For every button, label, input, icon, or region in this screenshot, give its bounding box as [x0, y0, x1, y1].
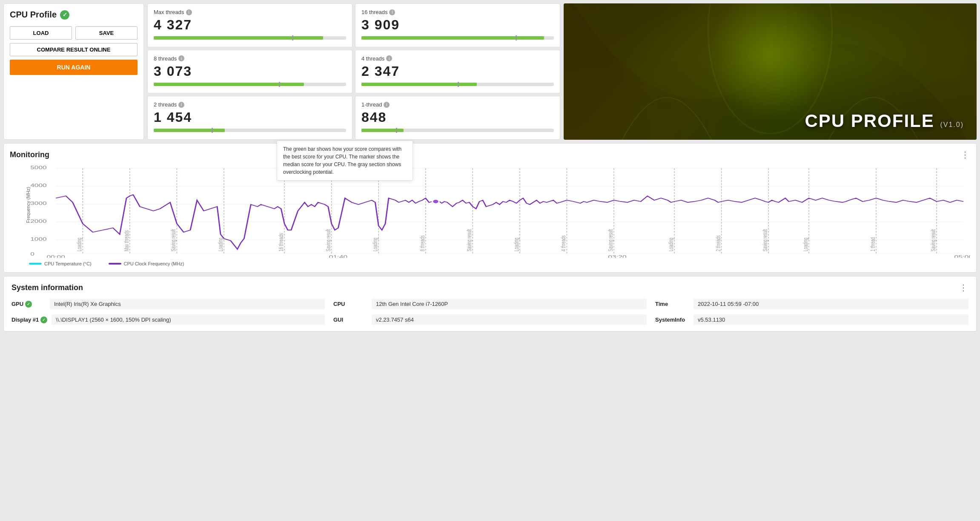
info-icon-1t[interactable]: i	[384, 102, 390, 108]
hero-title: CPU PROFILE (V1.0)	[576, 111, 964, 131]
monitoring-menu-button[interactable]: ⋮	[961, 150, 970, 160]
score-value-8t: 3 073	[154, 63, 346, 79]
sys-key-1-0: Display #1 ✓	[11, 317, 47, 323]
sys-check-1-0: ✓	[40, 317, 47, 323]
monitoring-title: Monitoring	[10, 150, 49, 159]
sys-row-1-0: Display #1 ✓ \\.\DISPLAY1 (2560 × 1600, …	[11, 314, 325, 325]
system-section: System information ⋮ GPU ✓ Intel(R) Iris…	[3, 276, 977, 331]
score-label-4t: 4 threads i	[361, 55, 554, 62]
compare-button[interactable]: COMPARE RESULT ONLINE	[10, 43, 138, 56]
legend-cpu-temp: CPU Temperature (°C)	[29, 261, 92, 266]
svg-text:Loading: Loading	[76, 238, 83, 251]
score-bar-fill-1t	[361, 129, 404, 132]
score-bar-fill-max	[154, 36, 323, 40]
hero-title-area: CPU PROFILE (V1.0)	[564, 102, 977, 140]
score-value-max: 4 327	[154, 17, 346, 33]
score-card-2t: 2 threads i 1 454	[147, 96, 352, 140]
svg-text:00:00: 00:00	[46, 254, 65, 258]
score-label-1t: 1-thread i	[361, 101, 554, 108]
svg-text:4000: 4000	[30, 183, 47, 188]
svg-text:01:40: 01:40	[329, 254, 347, 258]
svg-text:2000: 2000	[30, 219, 47, 224]
sys-row-1-1: GUI v2.23.7457 s64	[333, 314, 647, 325]
top-section: CPU Profile ✓ LOAD SAVE COMPARE RESULT O…	[3, 3, 977, 140]
monitoring-chart: 5000 4000 3000 2000 1000 0	[29, 164, 970, 258]
chart-area: 5000 4000 3000 2000 1000 0	[29, 164, 970, 258]
load-save-row: LOAD SAVE	[10, 26, 138, 40]
hero-image: CPU PROFILE (V1.0)	[564, 3, 977, 140]
score-bar-marker-8t	[279, 82, 280, 87]
score-bar-marker-1t	[396, 128, 397, 133]
svg-text:Loading: Loading	[217, 238, 224, 251]
cpu-profile-check: ✓	[60, 10, 69, 20]
legend-color-temp	[29, 263, 42, 265]
score-label-8t: 8 threads i	[154, 55, 346, 62]
sys-key-1-2: SystemInfo	[655, 317, 689, 323]
info-icon-max[interactable]: i	[186, 9, 192, 15]
info-icon-16t[interactable]: i	[389, 9, 395, 15]
legend-cpu-freq: CPU Clock Frequency (MHz)	[109, 261, 184, 266]
sys-val-1-0: \\.\DISPLAY1 (2560 × 1600, 150% DPI scal…	[52, 314, 325, 325]
sys-key-0-0: GPU ✓	[11, 301, 46, 308]
score-bar-fill-16t	[361, 36, 544, 40]
svg-text:Loading: Loading	[802, 238, 809, 251]
svg-text:03:20: 03:20	[608, 254, 626, 258]
sys-val-1-1: v2.23.7457 s64	[372, 314, 647, 325]
legend-color-freq	[109, 263, 121, 265]
svg-point-31	[433, 199, 439, 204]
svg-text:1 thread: 1 thread	[869, 237, 877, 251]
system-title: System information	[11, 283, 83, 292]
score-tooltip: The green bar shows how your score compa…	[277, 141, 413, 181]
cpu-profile-title: CPU Profile ✓	[10, 10, 138, 20]
score-value-2t: 1 454	[154, 109, 346, 125]
score-card-8t: 8 threads i 3 073	[147, 50, 352, 94]
sys-val-1-2: v5.53.1130	[693, 314, 969, 325]
svg-text:Saving result: Saving result	[762, 229, 769, 251]
score-bar-4t	[361, 83, 554, 86]
sys-key-0-1: CPU	[333, 301, 367, 307]
score-card-1t: 1-thread i 848	[355, 96, 560, 140]
score-card-4t: 4 threads i 2 347	[355, 50, 560, 94]
svg-text:2 threads: 2 threads	[714, 235, 722, 251]
system-grid: GPU ✓ Intel(R) Iris(R) Xe Graphics CPU 1…	[11, 299, 969, 325]
sys-key-0-2: Time	[655, 301, 689, 307]
legend-bar: CPU Temperature (°C) CPU Clock Frequency…	[10, 261, 970, 266]
svg-text:5000: 5000	[30, 165, 47, 170]
svg-text:4 threads: 4 threads	[560, 235, 567, 251]
sys-key-1-1: GUI	[333, 317, 367, 323]
system-menu-button[interactable]: ⋮	[959, 282, 969, 293]
sys-row-0-2: Time 2022-10-11 05:59 -07:00	[655, 299, 969, 309]
svg-text:Saving result: Saving result	[930, 229, 937, 251]
load-button[interactable]: LOAD	[10, 26, 72, 40]
left-panel: CPU Profile ✓ LOAD SAVE COMPARE RESULT O…	[3, 3, 144, 140]
score-label-2t: 2 threads i	[154, 101, 346, 108]
score-value-4t: 2 347	[361, 63, 554, 79]
score-bar-marker-16t	[516, 35, 517, 40]
system-header: System information ⋮	[11, 282, 969, 293]
score-bar-fill-2t	[154, 129, 225, 132]
score-value-16t: 3 909	[361, 17, 554, 33]
score-bar-marker-max	[292, 35, 293, 40]
score-bar-16t	[361, 36, 554, 40]
score-bar-fill-4t	[361, 83, 477, 86]
svg-text:1000: 1000	[30, 236, 47, 242]
svg-text:Loading: Loading	[372, 238, 379, 251]
info-icon-8t[interactable]: i	[178, 55, 184, 61]
sys-val-0-2: 2022-10-11 05:59 -07:00	[693, 299, 969, 309]
score-bar-1t	[361, 129, 554, 132]
info-icon-2t[interactable]: i	[178, 102, 184, 108]
svg-text:Saving result: Saving result	[466, 229, 473, 251]
info-icon-4t[interactable]: i	[386, 55, 392, 61]
sys-val-0-1: 12th Gen Intel Core i7-1260P	[372, 299, 647, 309]
score-label-max: Max threads i	[154, 9, 346, 15]
run-again-button[interactable]: RUN AGAIN	[10, 60, 138, 75]
score-bar-max	[154, 36, 346, 40]
save-button[interactable]: SAVE	[75, 26, 138, 40]
score-card-max: Max threads i 4 327	[147, 3, 352, 47]
score-card-16t: 16 threads i 3 909	[355, 3, 560, 47]
cpu-profile-label: CPU Profile	[10, 10, 57, 20]
sys-row-0-1: CPU 12th Gen Intel Core i7-1260P	[333, 299, 647, 309]
legend-label-temp: CPU Temperature (°C)	[44, 261, 92, 266]
score-bar-marker-4t	[458, 82, 459, 87]
score-bar-2t	[154, 129, 346, 132]
